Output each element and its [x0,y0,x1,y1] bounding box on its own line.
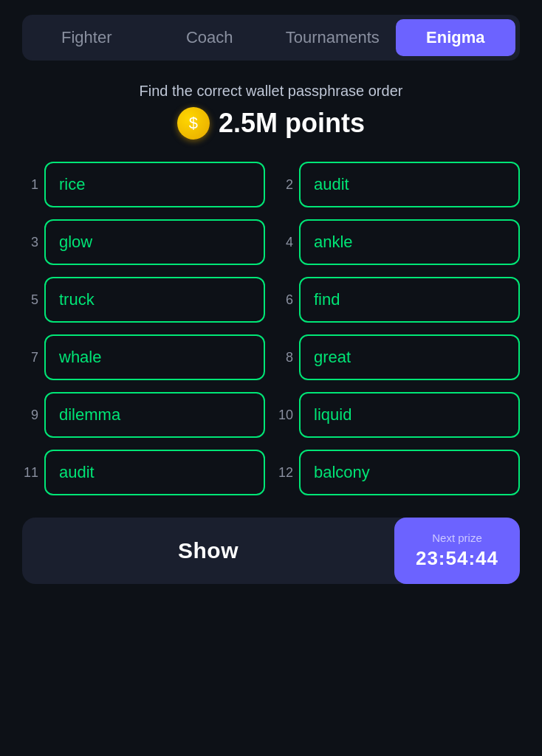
word-box-10[interactable]: liquid [299,392,520,438]
word-box-6[interactable]: find [299,277,520,323]
words-grid: 1 rice 2 audit 3 glow 4 ankle 5 truck 6 … [22,162,520,495]
bottom-bar: Show Next prize 23:54:44 [22,518,520,584]
word-number-12: 12 [277,465,293,481]
subtitle: Find the correct wallet passphrase order [140,83,403,100]
word-number-6: 6 [277,292,293,308]
word-number-2: 2 [277,177,293,193]
word-box-3[interactable]: glow [44,219,265,265]
word-row-8: 8 great [277,334,520,380]
word-row-10: 10 liquid [277,392,520,438]
word-number-4: 4 [277,235,293,250]
word-box-11[interactable]: audit [44,450,265,495]
word-row-7: 7 whale [22,334,265,380]
word-row-3: 3 glow [22,219,265,265]
word-box-2[interactable]: audit [299,162,520,207]
points-amount: 2.5M points [219,108,365,139]
word-row-9: 9 dilemma [22,392,265,438]
word-row-6: 6 find [277,277,520,323]
word-number-7: 7 [22,350,38,365]
word-number-8: 8 [277,350,293,365]
word-box-12[interactable]: balcony [299,450,520,495]
show-button[interactable]: Show [22,518,394,584]
tab-coach[interactable]: Coach [150,19,270,56]
tab-tournaments[interactable]: Tournaments [272,19,393,56]
word-row-2: 2 audit [277,162,520,207]
word-box-5[interactable]: truck [44,277,265,323]
word-box-9[interactable]: dilemma [44,392,265,438]
coin-icon: $ [177,107,210,140]
word-number-10: 10 [277,408,293,423]
word-row-5: 5 truck [22,277,265,323]
word-row-4: 4 ankle [277,219,520,265]
word-box-8[interactable]: great [299,334,520,380]
word-number-1: 1 [22,177,38,193]
word-number-9: 9 [22,408,38,423]
coin-symbol: $ [189,114,198,133]
word-row-11: 11 audit [22,450,265,495]
next-prize-label: Next prize [432,532,482,544]
tab-enigma[interactable]: Enigma [396,19,516,56]
word-row-12: 12 balcony [277,450,520,495]
tab-bar: Fighter Coach Tournaments Enigma [22,15,520,61]
points-row: $ 2.5M points [177,107,365,140]
word-number-3: 3 [22,235,38,250]
word-box-1[interactable]: rice [44,162,265,207]
word-box-7[interactable]: whale [44,334,265,380]
tab-fighter[interactable]: Fighter [27,19,147,56]
word-number-5: 5 [22,292,38,308]
word-number-11: 11 [22,465,38,481]
next-prize-panel: Next prize 23:54:44 [394,518,520,584]
word-box-4[interactable]: ankle [299,219,520,265]
word-row-1: 1 rice [22,162,265,207]
next-prize-timer: 23:54:44 [416,547,498,570]
